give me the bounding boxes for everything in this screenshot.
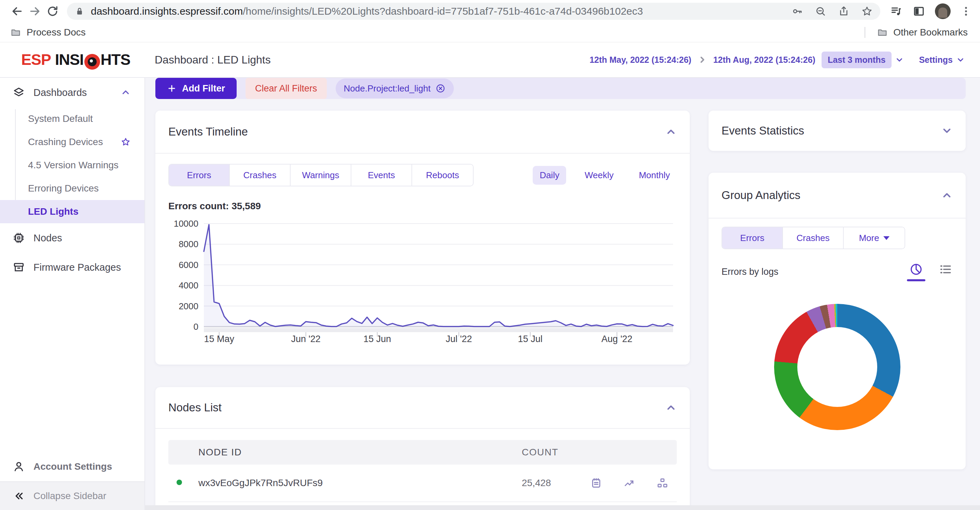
- sidebar-item-account-settings[interactable]: Account Settings: [0, 452, 145, 481]
- url-path: /home/insights/LED%20Lights?dashboard-id…: [243, 5, 643, 17]
- forward-button[interactable]: [26, 2, 44, 20]
- share-icon[interactable]: [838, 5, 850, 17]
- events-statistics-title: Events Statistics: [722, 124, 804, 137]
- other-bookmarks-label: Other Bookmarks: [893, 27, 968, 38]
- profile-avatar[interactable]: [935, 3, 951, 19]
- online-dot-icon: [177, 480, 182, 485]
- tab-more[interactable]: More: [844, 227, 905, 248]
- sidebar-item-label: 4.5 Version Warnings: [28, 160, 131, 171]
- granularity-weekly[interactable]: Weekly: [578, 166, 620, 185]
- collapse-card-icon[interactable]: [941, 189, 953, 201]
- clear-all-filters-button[interactable]: Clear All Filters: [245, 78, 327, 99]
- zoom-out-icon[interactable]: [815, 5, 826, 17]
- filter-bar: Add Filter Clear All Filters Node.Projec…: [155, 78, 966, 99]
- settings-dropdown[interactable]: Settings: [919, 55, 965, 65]
- sidebar-item-firmware-packages[interactable]: Firmware Packages: [0, 253, 145, 282]
- url-domain: dashboard.insights.espressif.com: [91, 5, 243, 17]
- sidebar: Dashboards System Default Crashing Devic…: [0, 78, 145, 510]
- sidebar-item-led-lights[interactable]: LED Lights: [0, 200, 145, 223]
- date-range-end[interactable]: 12th Aug, 2022 (15:24:26): [713, 55, 815, 65]
- tab-warnings[interactable]: Warnings: [291, 165, 352, 186]
- date-range-start[interactable]: 12th May, 2022 (15:24:26): [589, 55, 691, 65]
- event-type-tabs: Errors Crashes Warnings Events Reboots: [168, 164, 474, 186]
- sidebar-item-nodes[interactable]: Nodes: [0, 223, 145, 253]
- settings-label: Settings: [919, 55, 953, 65]
- reload-button[interactable]: [44, 2, 62, 20]
- chevron-up-icon[interactable]: [121, 87, 131, 98]
- events-timeline-title: Events Timeline: [168, 125, 248, 138]
- events-timeline-card: Events Timeline Errors Crashes Warnings …: [155, 111, 690, 365]
- folder-icon: [10, 27, 21, 38]
- pie-chart-icon: [909, 262, 923, 276]
- group-analytics-tabs: Errors Crashes More: [722, 227, 905, 249]
- bookmark-folder-process-docs[interactable]: Process Docs: [10, 27, 86, 38]
- node-count-value: 25,428: [522, 478, 590, 488]
- sidebar-item-erroring-devices[interactable]: Erroring Devices: [0, 177, 145, 200]
- sidebar-item-label: Erroring Devices: [28, 183, 131, 194]
- granularity-monthly[interactable]: Monthly: [632, 166, 677, 185]
- bookmark-star-icon[interactable]: [861, 5, 873, 17]
- list-view-toggle[interactable]: [938, 262, 953, 281]
- collapse-sidebar-label: Collapse Sidebar: [33, 491, 106, 502]
- expand-card-icon[interactable]: [941, 125, 953, 137]
- tab-errors[interactable]: Errors: [169, 165, 230, 186]
- back-button[interactable]: [8, 2, 26, 20]
- tab-crashes[interactable]: Crashes: [230, 165, 291, 186]
- account-settings-label: Account Settings: [33, 461, 112, 472]
- star-icon[interactable]: [121, 137, 131, 147]
- node-hierarchy-icon[interactable]: [656, 477, 668, 489]
- sidebar-item-label: Firmware Packages: [33, 262, 131, 273]
- url-text: dashboard.insights.espressif.com/home/in…: [91, 5, 785, 17]
- sidebar-item-dashboards[interactable]: Dashboards: [0, 78, 145, 107]
- svg-text:Jun '22: Jun '22: [291, 334, 321, 344]
- side-panel-icon[interactable]: [912, 5, 925, 18]
- remove-filter-icon[interactable]: [435, 83, 445, 94]
- node-report-icon[interactable]: [590, 477, 602, 489]
- clear-all-filters-label: Clear All Filters: [255, 83, 317, 94]
- tab-reboots[interactable]: Reboots: [412, 165, 473, 186]
- pie-view-toggle[interactable]: [909, 262, 923, 281]
- layers-icon: [12, 86, 25, 99]
- svg-text:15 May: 15 May: [204, 334, 235, 344]
- other-bookmarks[interactable]: Other Bookmarks: [877, 27, 968, 38]
- tab-events[interactable]: Events: [352, 165, 412, 186]
- column-node-id: NODE ID: [198, 447, 522, 458]
- user-icon: [12, 460, 25, 473]
- node-status-indicator: [177, 480, 198, 486]
- node-trend-icon[interactable]: [623, 477, 635, 489]
- collapse-card-icon[interactable]: [665, 126, 677, 138]
- granularity-daily[interactable]: Daily: [533, 166, 566, 185]
- time-range-dropdown[interactable]: Last 3 months: [822, 52, 904, 68]
- tab-errors[interactable]: Errors: [722, 227, 783, 248]
- svg-text:8000: 8000: [178, 239, 198, 249]
- add-filter-button[interactable]: Add Filter: [155, 78, 237, 99]
- main-content: Add Filter Clear All Filters Node.Projec…: [145, 78, 980, 510]
- node-id-value[interactable]: wx3vEoGgJPk7Rn5JvRUFs9: [198, 478, 522, 488]
- svg-text:10000: 10000: [174, 218, 198, 229]
- sidebar-item-45-version-warnings[interactable]: 4.5 Version Warnings: [0, 154, 145, 177]
- address-bar[interactable]: dashboard.insights.espressif.com/home/in…: [67, 3, 880, 20]
- group-analytics-title: Group Analytics: [722, 189, 800, 202]
- tab-crashes[interactable]: Crashes: [783, 227, 844, 248]
- sidebar-item-label: Nodes: [33, 232, 131, 244]
- bookmarks-bar: Process Docs Other Bookmarks: [0, 22, 980, 42]
- svg-text:0: 0: [194, 322, 198, 332]
- bookmarks-divider: [865, 27, 865, 38]
- password-key-icon[interactable]: [792, 5, 803, 17]
- sidebar-item-system-default[interactable]: System Default: [0, 107, 145, 130]
- table-row[interactable]: wx3vEoGgJPk7Rn5JvRUFs9 25,428: [168, 465, 677, 502]
- media-controls-icon[interactable]: [890, 5, 903, 18]
- collapse-card-icon[interactable]: [665, 402, 677, 413]
- sidebar-item-label: System Default: [28, 113, 131, 124]
- logo-esp-text: ESP: [21, 51, 51, 68]
- caret-down-icon: [883, 236, 889, 240]
- page-title: Dashboard : LED Lights: [155, 54, 271, 66]
- browser-menu-icon[interactable]: [960, 5, 972, 17]
- esp-insights-logo[interactable]: ESPINSIHTS: [0, 51, 145, 68]
- horizontal-scrollbar-track[interactable]: [145, 505, 980, 510]
- sidebar-item-label: Dashboards: [33, 87, 112, 99]
- sidebar-item-crashing-devices[interactable]: Crashing Devices: [0, 130, 145, 154]
- events-statistics-card: Events Statistics: [708, 111, 966, 151]
- collapse-sidebar-button[interactable]: Collapse Sidebar: [0, 481, 145, 510]
- filter-chip-node-project[interactable]: Node.Project:led_light: [336, 78, 454, 99]
